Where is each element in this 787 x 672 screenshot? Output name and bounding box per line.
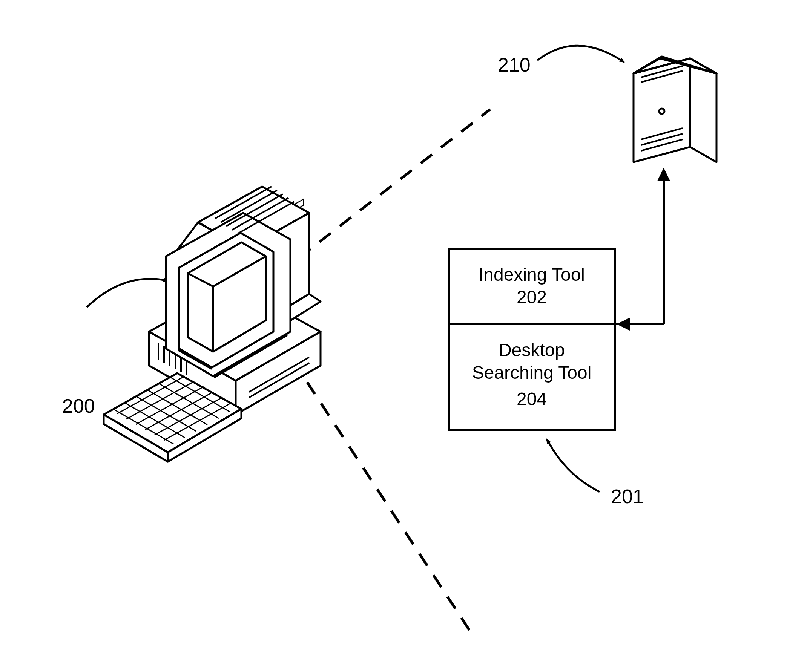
tool-box: Indexing Tool 202 Desktop Searching Tool… — [449, 249, 615, 430]
toolbox-ref-number: 201 — [611, 486, 644, 507]
desktop-label-1: Desktop — [498, 340, 565, 360]
bidirectional-arrow — [615, 168, 670, 331]
desktop-label-2: Searching Tool — [472, 363, 592, 383]
svg-rect-0 — [449, 249, 615, 324]
toolbox-ref: 201 — [547, 439, 644, 507]
indexing-tool-label: Indexing Tool — [479, 265, 585, 284]
computer-ref-number: 200 — [62, 395, 95, 417]
server-ref-number: 210 — [498, 54, 531, 76]
server-ref: 210 — [498, 46, 624, 76]
diagram-root: Indexing Tool 202 Desktop Searching Tool… — [0, 0, 787, 672]
server-icon — [634, 57, 716, 162]
desktop-number: 204 — [517, 389, 547, 409]
dashed-line-lower — [279, 339, 471, 633]
svg-marker-4 — [616, 318, 630, 331]
svg-marker-5 — [657, 168, 670, 181]
computer-icon — [104, 186, 321, 462]
indexing-tool-number: 202 — [517, 287, 547, 307]
